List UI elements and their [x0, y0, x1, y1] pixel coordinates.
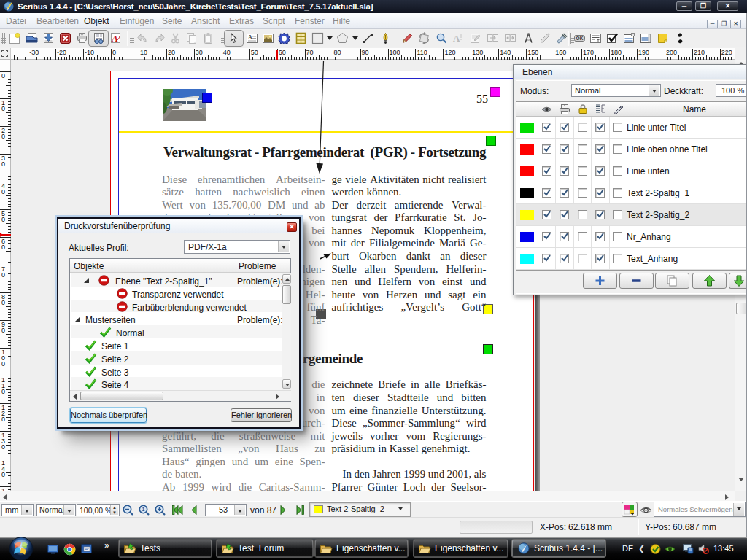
svg-text:OK: OK [576, 36, 584, 41]
svg-text:A: A [453, 33, 460, 44]
svg-text:A: A [248, 34, 252, 41]
svg-text:1: 1 [142, 507, 145, 512]
svg-text:A: A [111, 33, 118, 44]
